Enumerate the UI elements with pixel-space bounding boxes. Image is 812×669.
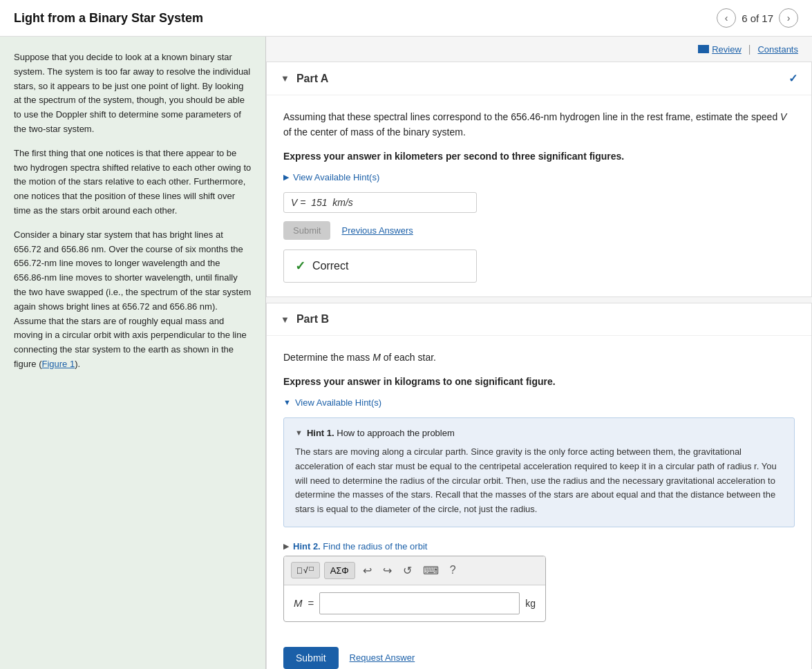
part-a-answer-value: V = 151 km/s xyxy=(291,197,353,208)
hint-1-header[interactable]: ▼ Hint 1. How to approach the problem xyxy=(295,428,783,438)
math-input-row: M = kg xyxy=(284,585,545,621)
hint-2-label: Hint 2. Find the radius of the orbit xyxy=(293,541,427,552)
part-b-submit-button[interactable]: Submit xyxy=(283,647,339,669)
part-b-question: Determine the mass M of each star. xyxy=(283,350,795,365)
part-b-body: Determine the mass M of each star. Expre… xyxy=(267,336,811,647)
navigation: ‹ 6 of 17 › xyxy=(717,8,798,28)
separator: | xyxy=(748,44,751,55)
sidebar-para-2: The first thing that one notices is that… xyxy=(14,147,252,218)
constants-link[interactable]: Constants xyxy=(757,44,798,55)
redo-button[interactable]: ↪ xyxy=(379,563,395,578)
hint-1-area: ▼ Hint 1. How to approach the problem Th… xyxy=(283,417,795,527)
top-bar: Review | Constants xyxy=(266,37,812,62)
part-a-header[interactable]: ▼ Part A ✓ xyxy=(267,62,811,95)
content-area: Review | Constants ▼ Part A ✓ Assuming t… xyxy=(266,37,812,669)
math-variable-label: M xyxy=(294,597,303,609)
request-answer-button[interactable]: Request Answer xyxy=(350,652,415,663)
review-icon xyxy=(698,45,709,53)
help-button[interactable]: ? xyxy=(446,563,460,578)
previous-answers-link[interactable]: Previous Answers xyxy=(341,225,413,236)
math-input-area: ⎕ √ □ ΑΣΦ ↩ ↪ ↺ ⌨ ? M = xyxy=(283,556,546,622)
part-a-title: Part A xyxy=(296,73,329,85)
undo-button[interactable]: ↩ xyxy=(359,563,375,578)
correct-box: ✓ Correct xyxy=(283,249,477,283)
reset-button[interactable]: ↺ xyxy=(399,563,415,578)
page-counter: 6 of 17 xyxy=(742,12,773,24)
prev-button[interactable]: ‹ xyxy=(717,8,736,28)
part-a-answer-box: V = 151 km/s xyxy=(283,192,477,213)
keyboard-button[interactable]: ⌨ xyxy=(419,563,442,578)
part-b-actions: Submit Request Answer xyxy=(267,647,811,669)
next-button[interactable]: › xyxy=(779,8,798,28)
correct-checkmark-icon: ✓ xyxy=(295,258,305,274)
hint-1-triangle-icon: ▼ xyxy=(295,428,303,437)
correct-label: Correct xyxy=(312,260,348,272)
part-a-question: Assuming that these spectral lines corre… xyxy=(283,109,795,140)
hint-arrow-icon: ▶ xyxy=(283,173,289,182)
hint-2-triangle-icon: ▶ xyxy=(283,542,289,551)
part-b-hint-link[interactable]: ▼ View Available Hint(s) xyxy=(283,397,795,408)
part-a-emphasis: Express your answer in kilometers per se… xyxy=(283,149,795,164)
part-b-collapse-arrow: ▼ xyxy=(281,314,290,325)
math-unit-label: kg xyxy=(525,598,536,609)
math-input-field[interactable] xyxy=(319,592,520,614)
part-b-header[interactable]: ▼ Part B xyxy=(267,303,811,336)
math-equals: = xyxy=(308,597,314,609)
hint-b-arrow-icon: ▼ xyxy=(283,398,291,406)
fraction-button[interactable]: ⎕ √ □ xyxy=(291,562,320,578)
page-title: Light from a Binary Star System xyxy=(14,11,203,26)
part-a-collapse-arrow: ▼ xyxy=(281,73,290,84)
part-a-section: ▼ Part A ✓ Assuming that these spectral … xyxy=(266,62,812,297)
part-b-title: Part B xyxy=(296,313,329,326)
sidebar-para-1: Suppose that you decide to look at a kno… xyxy=(14,50,252,137)
part-b-emphasis: Express your answer in kilograms to one … xyxy=(283,374,795,389)
part-a-checkmark: ✓ xyxy=(789,72,797,85)
greek-button[interactable]: ΑΣΦ xyxy=(324,562,355,579)
part-b-section: ▼ Part B Determine the mass M of each st… xyxy=(266,303,812,669)
review-link[interactable]: Review xyxy=(698,44,742,55)
part-a-submit-button[interactable]: Submit xyxy=(283,221,330,240)
figure-link[interactable]: Figure 1 xyxy=(41,359,75,369)
sidebar-para-3: Consider a binary star system that has b… xyxy=(14,228,252,372)
header: Light from a Binary Star System ‹ 6 of 1… xyxy=(0,0,812,37)
hint-1-title: Hint 1. How to approach the problem xyxy=(307,428,455,438)
part-a-actions: Submit Previous Answers xyxy=(283,221,795,240)
math-toolbar: ⎕ √ □ ΑΣΦ ↩ ↪ ↺ ⌨ ? xyxy=(284,556,545,585)
part-a-body: Assuming that these spectral lines corre… xyxy=(267,95,811,296)
hint-1-text: The stars are moving along a circular pa… xyxy=(295,445,783,517)
hint-2-collapsed[interactable]: ▶ Hint 2. Find the radius of the orbit xyxy=(283,537,795,556)
part-a-hint-link[interactable]: ▶ View Available Hint(s) xyxy=(283,172,795,182)
sidebar: Suppose that you decide to look at a kno… xyxy=(0,37,266,669)
main-layout: Suppose that you decide to look at a kno… xyxy=(0,37,812,669)
